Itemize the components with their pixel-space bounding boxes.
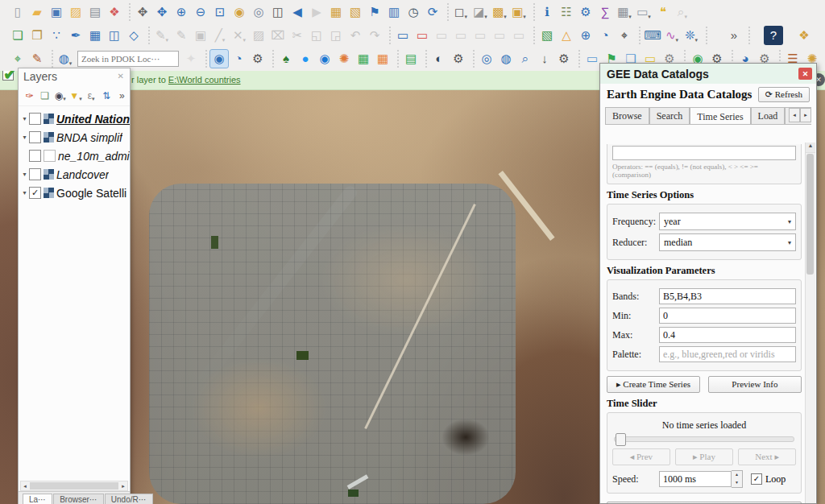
layer-visibility-checkbox[interactable] [29, 168, 41, 180]
globe-minus-tool-button[interactable]: ◎ [477, 49, 496, 68]
layer-item-bnda-simplif[interactable]: ▾BNDA simplif [19, 128, 130, 147]
manage-map-themes-button[interactable]: ◉▾ [52, 88, 68, 104]
quickmapservices-button[interactable]: ▧ [537, 26, 557, 45]
metasearch-button[interactable]: ⌕▾ [673, 2, 692, 22]
pdok-zoom-button[interactable]: ⌖ [8, 49, 27, 68]
next-button[interactable]: Next ▸ [738, 448, 796, 465]
new-project-button[interactable]: ▯ [8, 2, 27, 22]
scroll-right-arrow[interactable]: ▸ [119, 483, 127, 490]
label-move-button[interactable]: ▭ [471, 26, 490, 45]
expander-icon[interactable]: ▾ [20, 189, 29, 196]
tab-scroll-left[interactable]: ◂ [789, 108, 800, 122]
copy-features-button[interactable]: ◱ [307, 26, 326, 45]
zoom-to-selection-button[interactable]: ◉ [230, 2, 249, 22]
water-drop-tool-button[interactable]: ● [296, 49, 315, 68]
save-project-as-button[interactable]: ▨ [66, 2, 85, 22]
layers-horizontal-scrollbar[interactable]: ◂ ▸ [20, 481, 128, 491]
earth-globe-tool-button[interactable]: ◍ [496, 49, 516, 68]
add-group-button[interactable]: ❏ [37, 88, 52, 104]
label-pin-button[interactable]: ▭ [432, 26, 451, 45]
dock-tab-undor[interactable]: Undo/R⋯ [105, 494, 153, 504]
filter-by-expression-button[interactable]: ε▾ [84, 88, 99, 104]
gear-tool-2-button[interactable]: ⚙ [449, 49, 468, 68]
palette-input[interactable] [659, 346, 796, 362]
scroll-thumb[interactable] [30, 482, 118, 490]
bands-input[interactable] [659, 288, 796, 304]
save-layer-edits-button[interactable]: ▣ [191, 26, 210, 45]
pdok-disabled-button[interactable]: ✦ [181, 49, 201, 68]
new-3d-map-view-button[interactable]: ▧ [346, 2, 365, 22]
tab-search[interactable]: Search [649, 107, 690, 124]
add-mesh-layer-button[interactable]: ▦ [85, 26, 105, 45]
slider-thumb[interactable] [616, 433, 626, 446]
pan-to-selection-button[interactable]: ✥ [152, 2, 172, 22]
select-by-geometry-button[interactable]: ◪▾ [471, 2, 490, 22]
zoom-full-button[interactable]: ⊡ [210, 2, 230, 22]
dark-globe-tool-button[interactable]: ◐ [429, 49, 449, 68]
zoom-last-button[interactable]: ◀ [288, 2, 307, 22]
profile-tool-button[interactable]: ∿▾ [662, 26, 682, 45]
speed-input[interactable] [659, 471, 732, 487]
map-tips-button[interactable]: ❝ [653, 2, 673, 22]
pdok-edit-map-button[interactable]: ✎ [27, 49, 47, 68]
current-edits-button[interactable]: ✎▾ [152, 26, 172, 45]
min-input[interactable] [659, 308, 796, 324]
prev-button[interactable]: ◂ Prev [612, 448, 670, 465]
open-attribute-table-button[interactable]: ▦▾ [615, 2, 634, 22]
time-slider[interactable] [614, 436, 794, 442]
zoom-next-button[interactable]: ▶ [307, 2, 326, 22]
max-input[interactable] [659, 327, 796, 343]
layer-item-google-satelli[interactable]: ▾✓Google Satelli [19, 184, 130, 202]
add-wms-layer-button[interactable]: ◫ [105, 26, 124, 45]
pan-map-button[interactable]: ✥ [133, 2, 152, 22]
gee-panel-close-button[interactable]: ✕ [798, 68, 812, 80]
open-layer-styling-button[interactable]: ✑ [22, 88, 37, 104]
add-raster-layer-button[interactable]: ❐ [27, 26, 47, 45]
gee-data-catalog-button[interactable]: ◉ [209, 49, 229, 68]
panel-overflow-button[interactable]: » [114, 88, 130, 104]
layer-item-ne-10m-admi[interactable]: ne_10m_admi [19, 147, 130, 165]
refresh-map-button[interactable]: ⟳ [423, 2, 442, 22]
filter-legend-button[interactable]: ▼▾ [68, 88, 83, 104]
paste-features-button[interactable]: ◲ [326, 26, 346, 45]
expand-collapse-all-button[interactable]: ⇅ [99, 88, 114, 104]
zoom-native-1-1-button[interactable]: ◫ [268, 2, 288, 22]
show-bookmarks-button[interactable]: ▥ [384, 2, 404, 22]
frequency-select[interactable]: year▾ [659, 213, 796, 230]
layer-item-united-nation[interactable]: ▾United Nation [19, 109, 130, 128]
add-wfs-layer-button[interactable]: ◇ [124, 26, 143, 45]
search-magnifier-tool-button[interactable]: ⌕ [516, 49, 535, 68]
play-button[interactable]: ▸ Play [675, 448, 733, 465]
add-feature-button[interactable]: ╱▾ [210, 26, 230, 45]
expander-icon[interactable]: ▾ [20, 134, 29, 141]
vertex-tool-button[interactable]: ✕▾ [230, 26, 249, 45]
add-spatialite-layer-button[interactable]: ✒ [66, 26, 85, 45]
layer-diagram-button[interactable]: ▭ [412, 26, 432, 45]
identify-features-button[interactable]: ℹ [537, 2, 557, 22]
new-spatial-bookmark-button[interactable]: ⚑ [365, 2, 384, 22]
speed-spinner[interactable]: ▲▼ [732, 470, 743, 488]
message-link[interactable]: E:\World countries [168, 75, 241, 85]
pdok-search-input[interactable] [77, 51, 179, 67]
select-features-button[interactable]: ◻▾ [451, 2, 471, 22]
new-map-view-button[interactable]: ▦ [326, 2, 346, 22]
layer-item-landcover[interactable]: ▾Landcover [19, 165, 130, 184]
forest-tool-button[interactable]: ♠ [276, 49, 296, 68]
filter-expression-input[interactable] [612, 146, 796, 160]
eye-tool-button[interactable]: ◉ [315, 49, 334, 68]
layer-visibility-checkbox[interactable]: ✓ [29, 187, 41, 199]
layout-manager-button[interactable]: ▤ [85, 2, 105, 22]
tab-time-series[interactable]: Time Series [690, 107, 750, 125]
download-tool-button[interactable]: ↓ [535, 49, 554, 68]
layer-labeling-button[interactable]: ▭ [393, 26, 412, 45]
label-rotate-button[interactable]: ▭ [490, 26, 509, 45]
tab-load[interactable]: Load [751, 107, 786, 124]
open-project-button[interactable]: ▰ [27, 2, 47, 22]
preview-info-button[interactable]: Preview Info [708, 376, 802, 393]
layer-visibility-checkbox[interactable] [29, 113, 41, 125]
delete-selected-button[interactable]: ⌧ [268, 26, 288, 45]
scroll-left-arrow[interactable]: ◂ [21, 483, 29, 490]
create-time-series-button[interactable]: ▸ Create Time Series [607, 376, 700, 393]
gee-settings-button[interactable]: ⚙ [248, 49, 267, 68]
globe-settings-button[interactable]: ◔ [595, 26, 615, 45]
